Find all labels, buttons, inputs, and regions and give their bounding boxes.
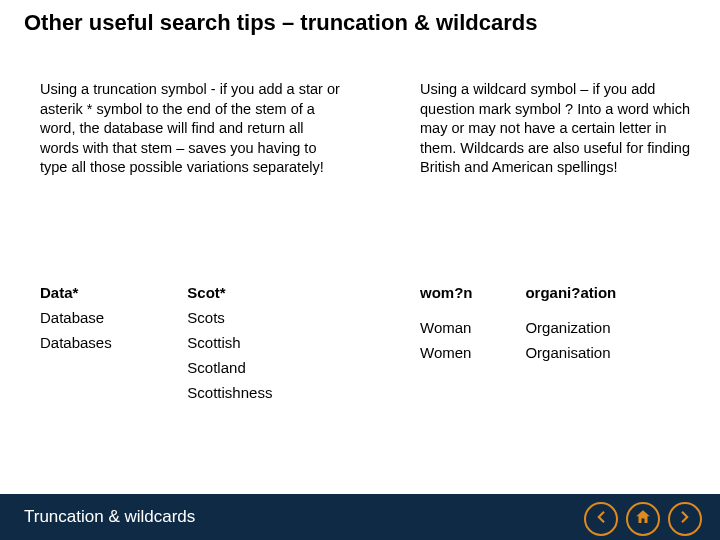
table-cell: Scots	[187, 305, 360, 330]
table-row: Scotland	[40, 355, 360, 380]
table-cell: Woman	[420, 315, 525, 340]
table-row: Data* Scot*	[40, 280, 360, 305]
table-cell: Organization	[525, 315, 700, 340]
table-cell: Scotland	[187, 355, 360, 380]
table-head-cell: wom?n	[420, 280, 525, 305]
table-row: Databases Scottish	[40, 330, 360, 355]
table-row: Woman Organization	[420, 315, 700, 340]
table-cell: Organisation	[525, 340, 700, 365]
chevron-right-icon	[676, 508, 694, 530]
nav-controls	[584, 502, 702, 536]
table-row: Database Scots	[40, 305, 360, 330]
next-button[interactable]	[668, 502, 702, 536]
table-cell: Scottishness	[187, 380, 360, 405]
table-cell: Scottish	[187, 330, 360, 355]
table-cell: Women	[420, 340, 525, 365]
table-cell	[40, 380, 187, 405]
table-head-cell: Data*	[40, 280, 187, 305]
prev-button[interactable]	[584, 502, 618, 536]
footer-title: Truncation & wildcards	[24, 507, 195, 527]
table-cell	[40, 355, 187, 380]
table-cell: Database	[40, 305, 187, 330]
page-title: Other useful search tips – truncation & …	[24, 10, 537, 36]
slide: Other useful search tips – truncation & …	[0, 0, 720, 540]
table-row: Women Organisation	[420, 340, 700, 365]
table-head-cell: Scot*	[187, 280, 360, 305]
truncation-paragraph: Using a truncation symbol - if you add a…	[40, 80, 340, 178]
table-cell: Databases	[40, 330, 187, 355]
table-row: wom?n organi?ation	[420, 280, 700, 305]
wildcard-paragraph: Using a wildcard symbol – if you add que…	[420, 80, 690, 178]
home-icon	[634, 508, 652, 530]
footer-bar: Truncation & wildcards	[0, 494, 720, 540]
truncation-table: Data* Scot* Database Scots Databases Sco…	[40, 280, 360, 405]
table-head-cell: organi?ation	[525, 280, 700, 305]
table-row: Scottishness	[40, 380, 360, 405]
home-button[interactable]	[626, 502, 660, 536]
chevron-left-icon	[592, 508, 610, 530]
wildcard-table: wom?n organi?ation Woman Organization Wo…	[420, 280, 700, 365]
